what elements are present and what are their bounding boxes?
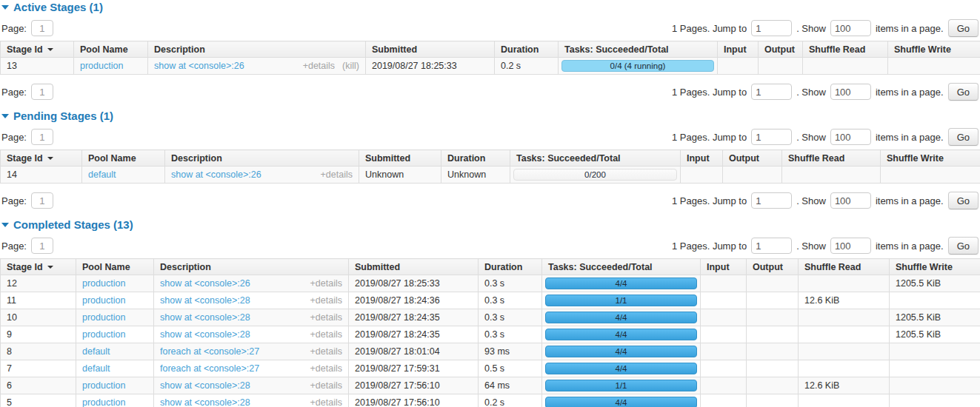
stage-description-link[interactable]: show at <console>:28 xyxy=(160,295,303,306)
pool-name-link[interactable]: production xyxy=(82,329,125,340)
stage-description-link[interactable]: show at <console>:28 xyxy=(160,312,303,323)
page-number-input[interactable] xyxy=(31,238,53,254)
details-toggle[interactable]: +details xyxy=(303,61,335,71)
column-header-output[interactable]: Output xyxy=(723,150,782,166)
column-header-pool-name[interactable]: Pool Name xyxy=(82,150,165,166)
column-header-shuffle-read[interactable]: Shuffle Read xyxy=(782,150,881,166)
column-header-stage-id[interactable]: Stage Id xyxy=(1,150,82,166)
stage-description-link[interactable]: show at <console>:28 xyxy=(160,329,303,340)
section-title-completed-stages[interactable]: Completed Stages (13) xyxy=(1,218,980,231)
sort-desc-icon xyxy=(47,157,53,160)
section-title-active-stages[interactable]: Active Stages (1) xyxy=(1,1,980,13)
pool-name-link[interactable]: default xyxy=(88,169,116,180)
column-header-input[interactable]: Input xyxy=(701,259,747,275)
column-header-shuffle-write[interactable]: Shuffle Write xyxy=(888,41,980,58)
details-toggle[interactable]: +details xyxy=(310,295,342,306)
column-label: Shuffle Write xyxy=(894,44,951,55)
details-toggle[interactable]: +details xyxy=(310,278,342,289)
column-header-tasks[interactable]: Tasks: Succeeded/Total xyxy=(559,41,718,58)
column-header-description[interactable]: Description xyxy=(165,150,359,166)
column-header-input[interactable]: Input xyxy=(718,41,759,58)
column-label: Pool Name xyxy=(80,44,128,55)
jump-controls: 1 Pages. Jump to. Showitems in a page.Go xyxy=(672,192,979,209)
items-per-page-input[interactable] xyxy=(830,192,871,209)
column-header-description[interactable]: Description xyxy=(154,259,349,275)
details-toggle[interactable]: +details xyxy=(310,380,342,391)
items-per-page-input[interactable] xyxy=(830,84,871,100)
jump-to-page-input[interactable] xyxy=(751,238,792,254)
page-number-input[interactable] xyxy=(31,129,53,145)
stage-description-link[interactable]: show at <console>:26 xyxy=(171,169,313,180)
cell-description: show at <console>:26+details(kill) xyxy=(148,58,366,75)
items-per-page-input[interactable] xyxy=(830,129,871,145)
column-header-duration[interactable]: Duration xyxy=(441,150,510,166)
column-header-input[interactable]: Input xyxy=(681,150,723,166)
details-toggle[interactable]: +details xyxy=(310,363,342,374)
stage-description-link[interactable]: foreach at <console>:27 xyxy=(160,346,303,357)
stage-description-link[interactable]: show at <console>:28 xyxy=(160,380,303,391)
tasks-progress-bar: 4/4 xyxy=(545,278,697,289)
cell-input xyxy=(718,58,759,75)
go-button[interactable]: Go xyxy=(948,19,979,37)
stage-description-link[interactable]: show at <console>:26 xyxy=(160,278,303,289)
pool-name-link[interactable]: production xyxy=(82,278,125,289)
column-header-description[interactable]: Description xyxy=(148,41,366,58)
column-header-tasks[interactable]: Tasks: Succeeded/Total xyxy=(510,150,681,166)
column-header-output[interactable]: Output xyxy=(747,259,799,275)
show-label: . Show xyxy=(796,87,826,98)
go-button[interactable]: Go xyxy=(948,237,979,255)
jump-to-page-input[interactable] xyxy=(751,20,792,36)
pool-name-link[interactable]: production xyxy=(82,295,125,306)
go-button[interactable]: Go xyxy=(948,192,979,209)
column-header-duration[interactable]: Duration xyxy=(479,259,542,275)
cell-duration: 0.3 s xyxy=(479,292,542,309)
column-header-stage-id[interactable]: Stage Id xyxy=(1,41,74,58)
column-header-pool-name[interactable]: Pool Name xyxy=(74,41,148,58)
column-header-shuffle-read[interactable]: Shuffle Read xyxy=(799,259,890,275)
cell-tasks-progress: 4/4 xyxy=(542,394,701,407)
column-label: Shuffle Read xyxy=(804,262,861,272)
cell-duration: 0.3 s xyxy=(479,275,542,292)
column-label: Stage Id xyxy=(7,262,43,272)
pool-name-link[interactable]: default xyxy=(82,346,110,357)
page-number-input[interactable] xyxy=(31,192,53,209)
stage-description-link[interactable]: show at <console>:28 xyxy=(160,397,303,407)
details-toggle[interactable]: +details xyxy=(310,312,342,323)
jump-to-page-input[interactable] xyxy=(751,129,792,145)
column-header-submitted[interactable]: Submitted xyxy=(349,259,479,275)
page-number-input[interactable] xyxy=(31,20,53,36)
cell-submitted: 2019/08/27 18:25:33 xyxy=(366,58,495,75)
column-header-shuffle-write[interactable]: Shuffle Write xyxy=(881,150,980,166)
kill-link[interactable]: (kill) xyxy=(342,61,359,71)
details-toggle[interactable]: +details xyxy=(321,169,353,180)
column-header-duration[interactable]: Duration xyxy=(495,41,559,58)
page-number-input[interactable] xyxy=(31,84,53,100)
details-toggle[interactable]: +details xyxy=(310,346,342,357)
go-button[interactable]: Go xyxy=(948,83,979,101)
column-header-output[interactable]: Output xyxy=(759,41,803,58)
column-header-shuffle-read[interactable]: Shuffle Read xyxy=(803,41,888,58)
pool-name-link[interactable]: production xyxy=(82,312,125,323)
items-per-page-input[interactable] xyxy=(830,20,871,36)
cell-duration: 93 ms xyxy=(479,343,542,360)
stage-description-link[interactable]: show at <console>:26 xyxy=(154,61,296,71)
column-header-tasks[interactable]: Tasks: Succeeded/Total xyxy=(542,259,701,275)
column-header-submitted[interactable]: Submitted xyxy=(359,150,441,166)
pool-name-link[interactable]: production xyxy=(82,380,125,391)
items-per-page-input[interactable] xyxy=(830,238,871,254)
jump-to-page-input[interactable] xyxy=(751,192,792,209)
pool-name-link[interactable]: production xyxy=(82,397,125,407)
section-title-pending-stages[interactable]: Pending Stages (1) xyxy=(1,110,980,122)
cell-tasks-progress: 4/4 xyxy=(542,275,701,292)
go-button[interactable]: Go xyxy=(948,128,979,146)
column-header-shuffle-write[interactable]: Shuffle Write xyxy=(890,259,980,275)
jump-to-page-input[interactable] xyxy=(751,84,792,100)
details-toggle[interactable]: +details xyxy=(310,329,342,340)
column-header-stage-id[interactable]: Stage Id xyxy=(1,259,76,275)
column-header-submitted[interactable]: Submitted xyxy=(366,41,495,58)
stage-description-link[interactable]: foreach at <console>:27 xyxy=(160,363,303,374)
pool-name-link[interactable]: default xyxy=(82,363,110,374)
column-header-pool-name[interactable]: Pool Name xyxy=(76,259,154,275)
details-toggle[interactable]: +details xyxy=(310,397,342,407)
pool-name-link[interactable]: production xyxy=(80,61,123,71)
